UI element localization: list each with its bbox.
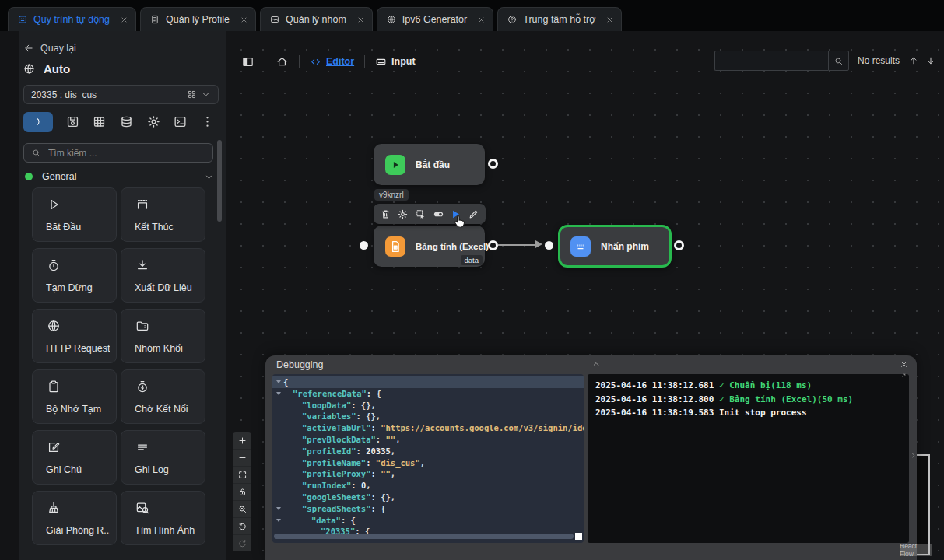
- json-line[interactable]: {: [272, 376, 584, 388]
- edge-connector[interactable]: [498, 244, 538, 246]
- canvas-control-plus[interactable]: [233, 432, 251, 450]
- collapse-caret-icon[interactable]: [276, 519, 281, 522]
- port-keypress-input[interactable]: [545, 241, 553, 250]
- find-next-icon[interactable]: [925, 55, 936, 66]
- json-line[interactable]: "profileName": "dis_cus",: [272, 457, 584, 469]
- block-card[interactable]: Xuất Dữ Liệu: [121, 248, 205, 303]
- close-icon[interactable]: [605, 16, 614, 24]
- collapse-caret-icon[interactable]: [276, 392, 281, 395]
- profile-select[interactable]: 20335 : dis_cus: [23, 85, 219, 104]
- browser-tab[interactable]: Trung tâm hỗ trợ: [497, 7, 622, 31]
- node-action-pencil[interactable]: [468, 208, 479, 220]
- sidebar-tool-save[interactable]: [65, 114, 80, 129]
- close-icon[interactable]: [356, 16, 365, 24]
- browser-tab[interactable]: Quy trình tự động: [8, 7, 136, 31]
- close-icon[interactable]: [120, 16, 128, 24]
- json-horizontal-scrollbar[interactable]: [274, 533, 582, 540]
- canvas-control-fit[interactable]: [233, 467, 251, 484]
- browser-tab[interactable]: Ipv6 Generator: [377, 7, 493, 31]
- block-card[interactable]: Tạm Dừng: [32, 248, 117, 303]
- sidebar-scrollbar-thumb[interactable]: [217, 140, 222, 222]
- json-line[interactable]: "googleSheets": {},: [272, 492, 584, 503]
- sidebar-tool-terminal[interactable]: [173, 114, 188, 129]
- minimap-viewport[interactable]: [915, 454, 930, 555]
- collapse-caret-icon[interactable]: [276, 507, 281, 510]
- port-keypress-output[interactable]: [674, 240, 684, 250]
- node-action-duplicate[interactable]: [415, 208, 426, 220]
- chevron-down-icon[interactable]: [204, 172, 214, 182]
- json-line[interactable]: "profileProxy": "",: [272, 468, 584, 480]
- node-id-label: v9knzrl: [374, 189, 409, 201]
- node-action-toggle[interactable]: [433, 208, 444, 220]
- browser-tab[interactable]: Quản lý Profile: [140, 7, 256, 31]
- block-card[interactable]: Bắt Đầu: [32, 187, 117, 242]
- canvas-control-zoom-clear[interactable]: [233, 501, 251, 518]
- block-card[interactable]: Chờ Kết Nối: [121, 369, 205, 424]
- section-label: General: [42, 171, 76, 182]
- block-card[interactable]: Nhóm Khối: [121, 309, 205, 363]
- port-excel-input[interactable]: [360, 241, 368, 250]
- scrollbar-thumb[interactable]: [274, 534, 574, 539]
- section-general[interactable]: General: [25, 171, 214, 182]
- block-card[interactable]: Ghi Chú: [32, 430, 117, 485]
- block-card[interactable]: Bộ Nhớ Tạm: [32, 369, 117, 424]
- node-start[interactable]: Bắt đầu: [374, 144, 485, 185]
- tab-editor[interactable]: Editor: [310, 56, 354, 68]
- home-icon[interactable]: [275, 55, 289, 68]
- canvas-control-redo[interactable]: [233, 535, 251, 551]
- find-previous-icon[interactable]: [908, 55, 919, 66]
- panel-resize-chevron-icon[interactable]: [909, 451, 918, 460]
- sidebar-tool-gear[interactable]: [146, 114, 161, 129]
- block-card[interactable]: HTTP Request: [32, 309, 117, 363]
- block-card[interactable]: Ghi Log: [121, 430, 205, 485]
- json-line[interactable]: "prevBlockData": "",: [272, 434, 584, 446]
- sidebar-tool-flow[interactable]: [23, 112, 53, 132]
- collapse-panel-icon[interactable]: [591, 359, 601, 369]
- block-card[interactable]: Giải Phóng R...: [32, 491, 117, 545]
- close-icon[interactable]: [477, 16, 486, 24]
- profiles-grid-icon[interactable]: [187, 89, 197, 100]
- block-search-input[interactable]: [47, 147, 205, 159]
- json-line[interactable]: "data": {: [272, 515, 584, 527]
- block-card[interactable]: Tìm Hình Ảnh: [121, 491, 205, 545]
- node-action-trash[interactable]: [380, 208, 391, 220]
- expand-log-icon[interactable]: [899, 373, 907, 380]
- canvas-search-button[interactable]: [828, 51, 849, 71]
- port-start-output[interactable]: [488, 159, 498, 169]
- sidebar-tool-kebab[interactable]: [200, 114, 215, 129]
- node-label: Bảng tính (Excel): [416, 242, 489, 251]
- json-line[interactable]: "profileId": 20335,: [272, 446, 584, 457]
- json-line[interactable]: "spreadSheets": {: [272, 503, 584, 515]
- close-icon[interactable]: [899, 359, 909, 369]
- json-line[interactable]: "loopData": {},: [272, 400, 584, 411]
- node-action-gear[interactable]: [397, 208, 409, 220]
- port-excel-output[interactable]: [488, 240, 498, 250]
- profile-icon: [149, 14, 160, 25]
- plus-icon: [237, 436, 247, 446]
- chevron-down-icon[interactable]: [201, 89, 211, 100]
- canvas-control-undo[interactable]: [233, 518, 251, 535]
- left-rail: [0, 31, 19, 560]
- sidebar-tool-table[interactable]: [92, 114, 107, 129]
- json-line[interactable]: "referenceData": {: [272, 388, 584, 400]
- execution-log[interactable]: 2025-04-16 11:38:12.681 ✓ Chuẩn bị(118 m…: [588, 374, 909, 543]
- workflow-canvas[interactable]: Editor Input No results Bắt đầu v9knzrl …: [226, 31, 944, 560]
- block-card[interactable]: Kết Thúc: [121, 187, 205, 242]
- sidebar-tool-database[interactable]: [119, 114, 134, 129]
- scrollbar-handle[interactable]: [575, 533, 582, 540]
- node-spreadsheet-excel[interactable]: Bảng tính (Excel) data: [374, 226, 485, 267]
- browser-tab[interactable]: Quản lý nhóm: [260, 7, 373, 31]
- json-state-viewer[interactable]: {"referenceData": {"loopData": {},"varia…: [272, 374, 584, 543]
- json-line[interactable]: "activeTabUrl": "https://accounts.google…: [272, 422, 584, 434]
- canvas-control-lock[interactable]: [233, 484, 251, 501]
- collapse-caret-icon[interactable]: [276, 380, 281, 383]
- close-icon[interactable]: [240, 16, 248, 24]
- json-line[interactable]: "runIndex": 0,: [272, 480, 584, 492]
- json-line[interactable]: "variables": {},: [272, 411, 584, 422]
- toggle-sidebar-icon[interactable]: [241, 55, 254, 68]
- tab-input[interactable]: Input: [375, 56, 416, 68]
- back-button[interactable]: Quay lại: [23, 43, 76, 54]
- canvas-control-minus[interactable]: [233, 450, 251, 467]
- node-keypress-selected[interactable]: Nhấn phím: [558, 225, 672, 268]
- canvas-search-input[interactable]: [714, 51, 828, 71]
